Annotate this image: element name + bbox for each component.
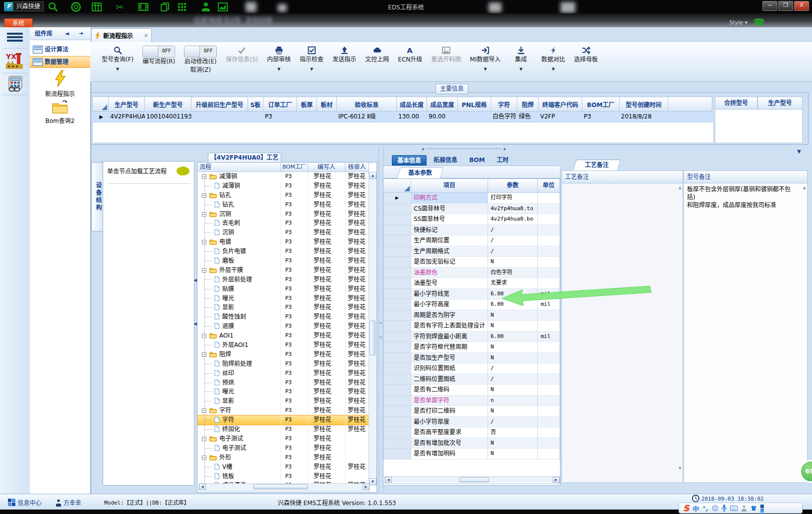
panel-collapse-handle[interactable]: ◀ [193,321,197,326]
style-dropdown[interactable]: Style ▾ [729,19,748,26]
toggle-switch[interactable]: OFF [184,46,217,57]
param-row-油墨型号[interactable]: 油墨型号无要求 [383,278,560,289]
main-cell-11[interactable]: 白色字符 [491,112,517,122]
main-column-8[interactable]: 成品长度 [397,97,427,112]
tree-row-电子测试[interactable]: −电子测试P3罗桂花 [197,434,369,444]
param-column-value[interactable]: 参数 [488,179,538,193]
tree-row-外层干膜[interactable]: −外层干膜P3罗桂花罗桂花 [197,266,369,275]
param-row-最小字符厚度[interactable]: 最小字符厚度/ [383,417,560,428]
tree-row-减薄铜[interactable]: −减薄铜P3罗桂花罗桂花 [197,172,369,181]
tree-horizontal-scrollbar[interactable]: ◀ ▶ [198,483,370,491]
tree-column-bom-factory[interactable]: BOM工厂 [281,163,308,172]
mic-icon[interactable] [722,505,727,512]
main-cell-10[interactable] [458,112,491,122]
merge-table-header-production-model[interactable]: 生产型号 [757,97,803,110]
main-column-1[interactable]: 新生产型号 [145,97,191,112]
tab-device-structure[interactable]: 设备结构 [91,162,103,231]
param-row-是否高平整度要求[interactable]: 是否高平整度要求否 [383,427,560,438]
tree-row-外形[interactable]: −外形P3罗桂花 [197,453,369,462]
collapse-icon[interactable]: − [202,352,206,357]
param-row-是否加无铅标记[interactable]: 是否加无铅标记N [383,257,560,268]
param-row-是否打印二维码[interactable]: 是否打印二维码N [383,406,560,417]
sidebar-item-data-management[interactable]: 数据管理 [30,56,90,68]
tree-row-V槽[interactable]: V槽P3罗桂花罗桂花 [197,462,369,472]
punctuation-icon[interactable]: °, [702,505,708,512]
tab-bom[interactable]: BOM [464,155,490,166]
tree-row-显影[interactable]: 显影P3罗桂花罗桂花 [197,303,369,312]
tree-row-阻焊前处理[interactable]: 阻焊前处理P3罗桂花罗桂花 [197,359,369,369]
param-row-印刷方式[interactable]: ▶印刷方式打印字符 [383,193,560,204]
main-cell-7[interactable]: IPC-6012 Ⅱ级 [337,112,397,122]
main-column-15[interactable]: 型号创建时间 [620,97,668,112]
param-row-生产周期位置[interactable]: 生产周期位置/ [383,235,560,246]
param-row-是否加生产型号[interactable]: 是否加生产型号N [383,353,560,364]
collapse-icon[interactable]: − [202,408,206,413]
ribbon-button-0[interactable]: 型号查询(F)▼ [97,45,138,73]
param-row-生产周期格式[interactable]: 生产周期格式/ [383,246,560,257]
merge-table-header-combined-model[interactable]: 合拼型号 [715,97,757,110]
phone-icon[interactable]: ☎ [753,16,765,27]
tab-craft-notes[interactable]: 工艺备注 [572,160,621,171]
tree-row-退膜[interactable]: 退膜P3罗桂花罗桂花 [197,322,369,331]
row-selector[interactable]: ▶ [92,112,109,122]
tree-row-钻孔[interactable]: −钻孔P3罗桂花罗桂花 [197,191,369,200]
tree-vertical-scrollbar[interactable]: ▲ ▼ [369,172,376,485]
chevron-down-icon[interactable]: ▼ [277,67,280,73]
collapse-icon[interactable]: − [202,437,206,441]
sidebar-collapse-icons[interactable]: ◄ ➜ [65,30,87,37]
tree-row-电子测试[interactable]: 电子测试P3罗桂花 [197,444,369,453]
tree-row-电镀[interactable]: −电镀P3罗桂花罗桂花 [197,237,369,247]
param-column-item[interactable]: 项目 [411,179,488,193]
tree-row-酸性蚀刻[interactable]: 酸性蚀刻P3罗桂花罗桂花 [197,312,369,322]
main-cell-2[interactable] [191,112,248,122]
main-cell-12[interactable]: 绿色 [517,112,539,122]
main-column-7[interactable]: 验收标准 [337,97,397,112]
main-column-9[interactable]: 成品宽度 [427,97,458,112]
collapse-icon[interactable]: − [202,268,206,273]
tab-work-hours[interactable]: 工时 [492,155,513,166]
main-cell-1[interactable]: 10010400119348 [145,112,191,122]
collapse-icon[interactable]: − [202,193,206,198]
ribbon-button-11[interactable]: 集成▼ [505,45,537,73]
param-row-是否有增加批次号[interactable]: 是否有增加批次号N [383,438,560,449]
main-cell-16[interactable] [668,112,712,122]
toggle-switch[interactable]: OFF [142,46,175,57]
tree-row-外层前处理[interactable]: 外层前处理P3罗桂花罗桂花 [197,275,369,285]
calculator-link-icon[interactable] [7,76,24,93]
ribbon-button-8[interactable]: AECN升级 [393,45,427,64]
tree-row-AOI1[interactable]: −AOI1P3罗桂花罗桂花 [197,331,369,341]
param-column-unit[interactable]: 单位 [538,179,560,193]
ribbon-button-6[interactable]: 发送指示 [328,45,361,64]
tree-row-曝光[interactable]: 曝光P3罗桂花罗桂花 [197,387,369,397]
main-cell-14[interactable]: P3 [582,112,620,122]
tree-row-曝光[interactable]: 曝光P3罗桂花罗桂花 [197,294,369,303]
current-user[interactable]: 方幸幸 [56,498,81,507]
ribbon-button-1[interactable]: OFF编写流程(R) [138,45,180,66]
tree-row-终固化[interactable]: 终固化P3罗桂花罗桂花 [197,425,369,434]
param-row-是否单面字符[interactable]: 是否单面字符n [383,396,560,406]
param-row-快捷标记[interactable]: 快捷标记/ [383,225,560,236]
panel-drag-grip[interactable]: ▲▲ [427,148,501,149]
tree-row-减薄铜[interactable]: 减薄铜P3罗桂花罗桂花 [197,181,369,191]
param-row-是否有字符上表面处理设计[interactable]: 是否有字符上表面处理设计N [383,321,560,332]
main-column-10[interactable]: PNL规格 [458,97,491,112]
ribbon-button-12[interactable]: 数据对比▼ [537,45,569,73]
tree-row-沉铜[interactable]: −沉铜P3罗桂花罗桂花 [197,210,369,219]
ribbon-button-2[interactable]: OFF启动修改(E)取消(Z) [180,45,221,74]
tree-column-flow[interactable]: 流程 [197,163,281,172]
sidebar-item-design-algorithm[interactable]: 设计算法 [30,44,90,55]
shortcut-bom-query[interactable]: Bom查询2 [30,100,90,124]
param-row-周期是否为阴字[interactable]: 周期是否为阴字N [383,310,560,321]
param-row-SS面菲林号[interactable]: SS面菲林号4v2fp4hua0.bo [383,214,560,225]
param-row-二维码位置图纸[interactable]: 二维码位置图纸/ [383,374,560,385]
param-row-是否有二维码[interactable]: 是否有二维码N [383,385,560,396]
emoji-icon[interactable]: ☺ [712,505,719,512]
tree-row-负片电镀[interactable]: 负片电镀P3罗桂花罗桂花 [197,247,369,256]
chevron-down-icon[interactable]: ▼ [484,67,487,73]
menu-icon[interactable] [7,31,23,44]
param-row-CS面菲林号[interactable]: CS面菲林号4v2fp4hua0.to [383,204,560,215]
param-row-是否字符框代替周期[interactable]: 是否字符框代替周期N [383,342,560,353]
tree-row-外层AOI1[interactable]: 外层AOI1P3罗桂花罗桂花 [197,341,369,350]
tree-row-丝印[interactable]: 丝印P3罗桂花罗桂花 [197,369,369,378]
chinese-mode-icon[interactable]: 中 [692,504,699,513]
